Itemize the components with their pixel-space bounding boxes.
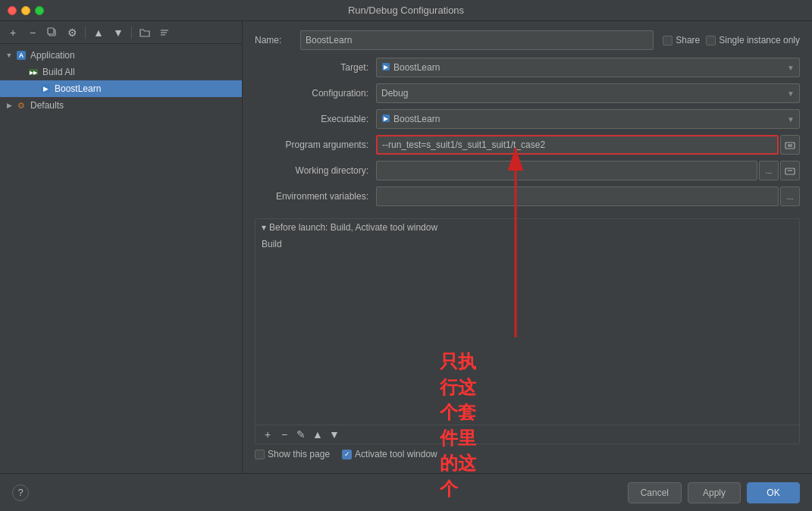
defaults-icon: ⚙ — [15, 99, 27, 111]
window-title: Run/Debug Configurations — [348, 5, 464, 16]
svg-text:▶▶: ▶▶ — [30, 70, 38, 75]
target-dropdown[interactable]: ▶ BoostLearn ▼ — [376, 58, 800, 77]
before-launch-build-item: Build — [262, 239, 282, 249]
bottom-bar: ? Cancel Apply OK — [0, 473, 812, 511]
working-dir-wrapper: ... — [376, 161, 800, 180]
bl-down-button[interactable]: ▼ — [327, 427, 342, 442]
traffic-lights — [8, 6, 44, 15]
action-buttons: Cancel Apply OK — [628, 482, 800, 503]
tree-arrow-application: ▼ — [3, 49, 15, 61]
bottom-options: Show this page ✓ Activate tool window — [255, 444, 800, 464]
tree-arrow-defaults: ▶ — [3, 99, 15, 111]
left-panel: + − ⚙ ▲ ▼ ▼ — [0, 21, 243, 473]
show-page-label: Show this page — [268, 449, 330, 459]
bl-remove-button[interactable]: − — [277, 427, 292, 442]
target-label: Target: — [255, 62, 376, 73]
before-launch-body: Build — [256, 236, 799, 425]
ok-button[interactable]: OK — [747, 482, 800, 503]
main-content: + − ⚙ ▲ ▼ ▼ — [0, 21, 812, 473]
move-up-button[interactable]: ▲ — [90, 24, 107, 41]
remove-config-button[interactable]: − — [24, 24, 41, 41]
single-instance-checkbox[interactable] — [706, 36, 716, 45]
right-panel: Name: Share Single instance only Target: — [243, 21, 812, 473]
bl-up-button[interactable]: ▲ — [310, 427, 325, 442]
env-vars-expand-button[interactable]: ... — [780, 187, 800, 206]
close-button[interactable] — [8, 6, 17, 15]
settings-config-button[interactable]: ⚙ — [64, 24, 80, 41]
toolbar-sep-1 — [85, 27, 86, 39]
share-checkbox[interactable] — [663, 36, 672, 45]
cancel-button[interactable]: Cancel — [628, 482, 682, 503]
bl-edit-button[interactable]: ✎ — [293, 427, 309, 442]
executable-dropdown[interactable]: ▶ BoostLearn ▼ — [376, 109, 800, 129]
program-args-expand-button[interactable] — [780, 135, 800, 155]
svg-rect-15 — [785, 143, 795, 149]
tree-label-boostlearn: BoostLearn — [55, 83, 101, 94]
minimize-button[interactable] — [21, 6, 30, 15]
env-vars-label: Environment variables: — [255, 191, 376, 202]
left-toolbar: + − ⚙ ▲ ▼ — [0, 21, 242, 44]
sort-button[interactable] — [156, 24, 173, 41]
target-dropdown-arrow: ▼ — [787, 64, 795, 72]
help-button[interactable]: ? — [12, 484, 29, 501]
env-vars-wrapper: ... — [376, 187, 800, 206]
build-all-icon: ▶▶ — [27, 66, 39, 78]
program-args-input[interactable] — [376, 135, 779, 155]
configuration-label: Configuration: — [255, 88, 376, 99]
before-launch-title: Before launch: Build, Activate tool wind… — [269, 222, 437, 233]
config-tree: ▼ A Application ▶ ▶▶ Build All ▶ — [0, 44, 242, 473]
tree-item-build-all[interactable]: ▶ ▶▶ Build All — [0, 64, 242, 80]
share-label: Share — [676, 35, 700, 45]
svg-rect-1 — [48, 28, 54, 34]
target-value: BoostLearn — [393, 62, 440, 73]
env-vars-row: Environment variables: ... — [255, 187, 800, 206]
application-icon: A — [15, 49, 27, 61]
activate-window-checkbox-label[interactable]: ✓ Activate tool window — [342, 449, 437, 459]
tree-label-application: Application — [30, 50, 75, 61]
executable-dropdown-arrow: ▼ — [787, 115, 795, 124]
configuration-dropdown[interactable]: Debug ▼ — [376, 83, 800, 103]
configuration-row: Configuration: Debug ▼ — [255, 83, 800, 103]
show-page-checkbox[interactable] — [255, 450, 265, 459]
working-dir-input[interactable] — [376, 161, 757, 180]
share-checkbox-label[interactable]: Share — [663, 35, 700, 45]
program-args-wrapper — [376, 135, 800, 155]
name-label: Name: — [255, 35, 300, 45]
tree-item-application[interactable]: ▼ A Application — [0, 47, 242, 64]
program-args-label: Program arguments: — [255, 140, 376, 150]
activate-window-label: Activate tool window — [355, 449, 437, 459]
svg-rect-18 — [785, 168, 795, 174]
share-area: Share Single instance only — [663, 35, 800, 45]
single-instance-checkbox-label[interactable]: Single instance only — [706, 35, 800, 45]
activate-window-checkbox[interactable]: ✓ — [342, 450, 352, 459]
tree-label-build-all: Build All — [42, 67, 75, 77]
copy-config-button[interactable] — [44, 24, 61, 41]
boostlearn-icon: ▶ — [39, 83, 52, 95]
move-down-button[interactable]: ▼ — [110, 24, 127, 41]
configuration-value: Debug — [381, 88, 408, 99]
name-input[interactable] — [300, 30, 654, 50]
configuration-dropdown-arrow: ▼ — [787, 89, 795, 98]
tree-arrow-boostlearn: ▶ — [27, 83, 39, 95]
svg-text:▶: ▶ — [43, 85, 49, 92]
before-launch-header[interactable]: ▾ Before launch: Build, Activate tool wi… — [256, 219, 799, 236]
toolbar-sep-2 — [131, 27, 132, 39]
executable-label: Executable: — [255, 114, 376, 124]
tree-label-defaults: Defaults — [30, 100, 64, 111]
target-dropdown-icon: ▶ — [381, 62, 390, 73]
tree-item-boostlearn[interactable]: ▶ ▶ BoostLearn — [0, 80, 242, 97]
executable-dropdown-icon: ▶ — [381, 114, 390, 124]
tree-item-defaults[interactable]: ▶ ⚙ Defaults — [0, 97, 242, 114]
bl-add-button[interactable]: + — [260, 427, 275, 442]
name-row: Name: Share Single instance only — [255, 30, 800, 50]
working-dir-expand-button[interactable] — [780, 161, 800, 180]
folder-button[interactable] — [136, 24, 153, 41]
add-config-button[interactable]: + — [5, 24, 21, 41]
working-dir-browse-button[interactable]: ... — [759, 161, 779, 180]
executable-row: Executable: ▶ BoostLearn ▼ — [255, 109, 800, 129]
env-vars-input[interactable] — [376, 187, 779, 206]
apply-button[interactable]: Apply — [688, 482, 741, 503]
show-page-checkbox-label[interactable]: Show this page — [255, 449, 330, 459]
maximize-button[interactable] — [35, 6, 44, 15]
before-launch-toggle[interactable]: ▾ — [262, 222, 266, 233]
